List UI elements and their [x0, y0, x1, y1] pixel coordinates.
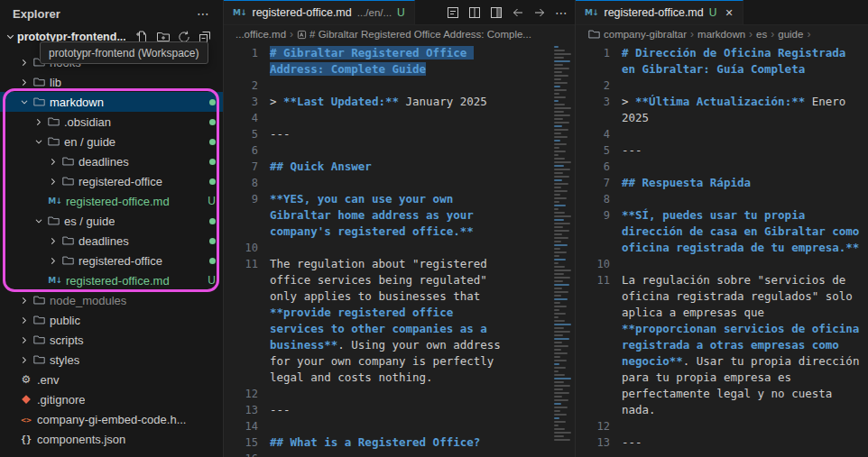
- code-line-9[interactable]: 9**YES, you can use your own Gibraltar h…: [224, 191, 551, 240]
- line-number: 1: [576, 45, 610, 78]
- code-line-10[interactable]: 10: [224, 240, 551, 256]
- tree-item-registered-office-md[interactable]: M↓registered-office.mdU: [0, 191, 223, 211]
- editor-group-english: M↓ registered-office.md .../en/... U: [224, 0, 576, 457]
- tree-item-registered-office-md[interactable]: M↓registered-office.mdU: [0, 270, 223, 290]
- minimap[interactable]: [551, 43, 575, 457]
- code-line-16[interactable]: 16: [224, 451, 551, 457]
- tree-item-deadlines[interactable]: deadlines: [0, 151, 223, 171]
- tree-item-registered-office[interactable]: registered-office: [0, 171, 223, 191]
- folder-icon: [31, 75, 47, 89]
- code-line-9[interactable]: 9**SÍ, puedes usar tu propia dirección d…: [576, 207, 868, 256]
- code-line-7[interactable]: 7## Quick Answer: [224, 159, 551, 175]
- editor-layout-icon[interactable]: [486, 3, 506, 23]
- tree-item-registered-office[interactable]: registered-office: [0, 251, 223, 270]
- tab-registered-office-en[interactable]: M↓ registered-office.md .../en/... U: [224, 0, 415, 24]
- tree-item-components-json[interactable]: {}components.json: [0, 429, 223, 449]
- code-line-4[interactable]: 4: [224, 110, 551, 126]
- breadcrumb-item[interactable]: es: [756, 29, 767, 40]
- explorer-more-actions-icon[interactable]: ⋯: [197, 6, 210, 21]
- code-line-13[interactable]: 13---: [576, 434, 868, 451]
- code-line-6[interactable]: 6: [576, 159, 868, 175]
- tree-item-es-guide[interactable]: es / guide: [0, 211, 223, 231]
- breadcrumb-item[interactable]: company-gibraltar: [587, 28, 687, 41]
- tree-item-node-modules[interactable]: node_modules: [0, 290, 223, 310]
- tree-item-styles[interactable]: styles: [0, 350, 223, 370]
- editor-spanish[interactable]: 1# Dirección de Oficina Registrada en Gi…: [576, 43, 868, 457]
- tree-item-lib[interactable]: lib: [0, 72, 223, 92]
- tree-item-company-gi-embed-code-h[interactable]: <>company-gi-embed-code.h...: [0, 409, 223, 429]
- code-line-11[interactable]: 11The regulation about "registered offic…: [224, 256, 551, 386]
- tree-item-label: components.json: [37, 433, 125, 446]
- tree-item-label: registered-office.md: [66, 195, 170, 208]
- tree-item-en-guide[interactable]: en / guide: [0, 132, 223, 151]
- navigate-forward-icon[interactable]: [530, 3, 549, 23]
- code-line-4[interactable]: 4: [576, 126, 868, 142]
- breadcrumb-item[interactable]: markdown: [697, 29, 745, 40]
- line-number: 8: [224, 175, 258, 191]
- code-line-3[interactable]: 3> **Última Actualización:** Enero 2025: [576, 94, 868, 126]
- code-line-2[interactable]: 2: [576, 78, 868, 94]
- code-line-15[interactable]: 15## What is a Registered Office?: [224, 434, 551, 451]
- code-line-8[interactable]: 8: [576, 191, 868, 207]
- editor-english[interactable]: 1# Gibraltar Registered Office Address: …: [224, 43, 575, 457]
- chevron-right-icon: [47, 233, 60, 248]
- code-line-11[interactable]: 11La regulación sobre "servicios de ofic…: [576, 272, 868, 418]
- code-line-1[interactable]: 1# Dirección de Oficina Registrada en Gi…: [576, 45, 868, 78]
- git-modified-dot: [209, 178, 216, 185]
- line-text: [622, 256, 861, 272]
- navigate-back-icon[interactable]: [508, 3, 528, 23]
- folder-icon: [31, 293, 47, 307]
- editor-spanish-code[interactable]: 1# Dirección de Oficina Registrada en Gi…: [576, 43, 868, 457]
- tree-item-gitignore[interactable]: .gitignore: [0, 389, 223, 409]
- breadcrumb-separator: ›: [290, 28, 293, 41]
- code-line-3[interactable]: 3> **Last Updated:** January 2025: [224, 94, 551, 110]
- folder-icon: [60, 154, 76, 169]
- code-line-8[interactable]: 8: [224, 175, 551, 191]
- workspace-tooltip: prototypr-frontend (Workspace): [40, 41, 208, 64]
- code-line-7[interactable]: 7## Respuesta Rápida: [576, 175, 868, 191]
- line-text: [622, 126, 861, 142]
- folder-icon: [587, 28, 601, 41]
- tree-item-markdown[interactable]: markdown: [0, 92, 223, 112]
- tree-item-public[interactable]: public: [0, 310, 223, 330]
- breadcrumb-item[interactable]: ...office.md: [235, 29, 286, 40]
- code-line-12[interactable]: 12: [576, 418, 868, 434]
- line-text: [270, 110, 508, 126]
- code-line-6[interactable]: 6: [224, 142, 551, 159]
- git-untracked-badge: U: [208, 195, 216, 207]
- code-line-2[interactable]: 2: [224, 78, 551, 94]
- line-number: 2: [224, 78, 258, 94]
- line-text: ---: [270, 402, 508, 418]
- breadcrumb-item[interactable]: # Gibraltar Registered Office Address: C…: [297, 29, 531, 40]
- open-changes-icon[interactable]: [443, 3, 463, 23]
- markdown-icon: M↓: [47, 194, 63, 208]
- breadcrumb: ...office.md›# Gibraltar Registered Offi…: [224, 25, 575, 43]
- close-icon[interactable]: ✕: [725, 7, 733, 19]
- more-actions-icon[interactable]: ⋯: [551, 3, 571, 23]
- tab-label: registered-office.md: [605, 6, 704, 19]
- code-line-13[interactable]: 13---: [224, 402, 551, 418]
- explorer-title-bar: Explorer ⋯: [0, 0, 223, 27]
- line-number: 4: [224, 110, 258, 126]
- code-line-5[interactable]: 5---: [576, 142, 868, 159]
- tab-label: registered-office.md: [253, 6, 352, 19]
- breadcrumb-item[interactable]: guide: [778, 29, 803, 40]
- split-editor-icon[interactable]: [465, 3, 485, 23]
- code-line-12[interactable]: 12: [224, 386, 551, 402]
- tree-item-label: company-gi-embed-code.h...: [37, 413, 186, 426]
- line-text: [270, 240, 508, 256]
- tab-registered-office-es[interactable]: M↓ registered-office.md U ✕: [576, 0, 743, 24]
- line-number: 3: [224, 94, 258, 110]
- tree-item-env[interactable]: ⚙.env: [0, 370, 223, 389]
- tree-item-deadlines[interactable]: deadlines: [0, 231, 223, 251]
- editor-english-code[interactable]: 1# Gibraltar Registered Office Address: …: [224, 43, 551, 457]
- line-text: # Gibraltar Registered Office Address: C…: [270, 45, 508, 78]
- tree-item-obsidian[interactable]: .obsidian: [0, 112, 223, 132]
- code-line-10[interactable]: 10: [576, 256, 868, 272]
- code-line-1[interactable]: 1# Gibraltar Registered Office Address: …: [224, 45, 551, 78]
- code-line-14[interactable]: 14: [224, 418, 551, 434]
- tree-item-label: registered-office.md: [66, 274, 170, 288]
- tree-item-scripts[interactable]: scripts: [0, 330, 223, 350]
- code-line-5[interactable]: 5---: [224, 126, 551, 142]
- line-text: [622, 191, 861, 207]
